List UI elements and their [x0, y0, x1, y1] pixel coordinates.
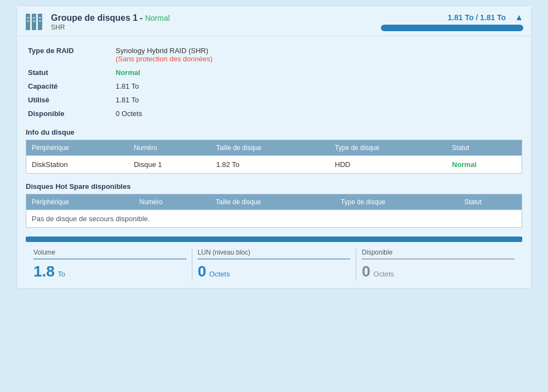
- used-value: 1.81 To: [113, 93, 522, 107]
- header-status-badge: Normal: [145, 14, 170, 22]
- stat-available: Disponible 0 Octets: [356, 249, 520, 280]
- stat-lun-number: 0: [198, 263, 207, 280]
- stats-row: Volume 1.8 To LUN (niveau bloc) 0 Octets…: [26, 249, 522, 280]
- stat-volume-value-row: 1.8 To: [33, 263, 186, 280]
- capacity-label: Capacité: [26, 79, 113, 93]
- hs-col-status: Statut: [459, 194, 522, 210]
- col-size: Taille de disque: [210, 140, 329, 156]
- cell-type: HDD: [329, 156, 447, 174]
- hot-spare-table: Périphérique Numéro Taille de disque Typ…: [26, 194, 522, 228]
- status-value: Normal: [116, 68, 140, 77]
- raid-type-value: Synology Hybrid RAID (SHR) (Sans protect…: [113, 44, 522, 66]
- raid-warning-text: (Sans protection des données): [116, 55, 213, 63]
- used-label: Utilisé: [26, 93, 113, 107]
- card-body: Type de RAID Synology Hybrid RAID (SHR) …: [17, 36, 531, 288]
- stat-volume-label: Volume: [33, 249, 186, 256]
- no-data-cell: Pas de disque de secours disponible.: [26, 210, 522, 228]
- hs-col-device: Périphérique: [26, 194, 134, 210]
- status-label: Statut: [26, 66, 113, 79]
- no-data-row: Pas de disque de secours disponible.: [26, 210, 522, 228]
- disk-info-tbody: DiskStation Disque 1 1.82 To HDD Normal: [26, 156, 522, 174]
- stat-available-label: Disponible: [362, 249, 515, 256]
- capacity-row: Capacité 1.81 To: [26, 79, 522, 93]
- header-dash: -: [140, 13, 145, 22]
- stat-lun: LUN (niveau bloc) 0 Octets: [192, 249, 357, 280]
- stat-lun-divider: [198, 258, 351, 260]
- cell-size: 1.82 To: [210, 156, 329, 174]
- cell-number: Disque 1: [128, 156, 210, 174]
- cell-device: DiskStation: [26, 156, 129, 174]
- capacity-value: 1.81 To: [113, 79, 522, 93]
- hot-spare-tbody: Pas de disque de secours disponible.: [26, 210, 522, 228]
- group-title: Groupe de disques 1: [51, 13, 138, 22]
- available-label: Disponible: [26, 107, 113, 120]
- svg-rect-4: [33, 17, 35, 19]
- svg-rect-3: [27, 17, 29, 19]
- disk-info-header-row: Périphérique Numéro Taille de disque Typ…: [26, 140, 522, 156]
- header-subtitle: SHR: [51, 24, 170, 31]
- svg-rect-7: [33, 20, 35, 22]
- hot-spare-header-row: Périphérique Numéro Taille de disque Typ…: [26, 194, 522, 210]
- chevron-up-icon[interactable]: ▲: [515, 13, 523, 22]
- hot-spare-title: Disques Hot Spare disponibles: [26, 182, 522, 191]
- table-row: DiskStation Disque 1 1.82 To HDD Normal: [26, 156, 522, 174]
- usage-text: 1.81 To / 1.81 To: [448, 13, 506, 22]
- col-type: Type de disque: [329, 140, 447, 156]
- stat-lun-label: LUN (niveau bloc): [198, 249, 351, 256]
- bottom-accent-bar: [26, 237, 522, 242]
- header-title-block: Groupe de disques 1 - Normal SHR: [51, 13, 170, 31]
- progress-bar-container: [381, 25, 523, 31]
- stat-volume: Volume 1.8 To: [28, 249, 192, 280]
- stat-volume-number: 1.8: [33, 263, 55, 280]
- cell-status: Normal: [452, 160, 477, 169]
- card-header: Groupe de disques 1 - Normal SHR 1.81 To…: [17, 6, 531, 36]
- svg-rect-8: [39, 20, 41, 22]
- header-left: Groupe de disques 1 - Normal SHR: [25, 11, 170, 32]
- disk-group-card: Groupe de disques 1 - Normal SHR 1.81 To…: [16, 5, 532, 289]
- available-value: 0 Octets: [113, 107, 522, 120]
- header-title-line: Groupe de disques 1 - Normal: [51, 13, 170, 23]
- stat-lun-value-row: 0 Octets: [198, 263, 351, 280]
- hot-spare-thead: Périphérique Numéro Taille de disque Typ…: [26, 194, 522, 210]
- info-table: Type de RAID Synology Hybrid RAID (SHR) …: [26, 44, 522, 120]
- raid-type-row: Type de RAID Synology Hybrid RAID (SHR) …: [26, 44, 522, 66]
- col-device: Périphérique: [26, 140, 129, 156]
- disk-info-thead: Périphérique Numéro Taille de disque Typ…: [26, 140, 522, 156]
- disk-info-title: Info du disque: [26, 128, 522, 136]
- hs-col-number: Numéro: [134, 194, 210, 210]
- stat-available-divider: [362, 258, 515, 260]
- stat-available-value-row: 0 Octets: [362, 263, 515, 280]
- svg-rect-6: [27, 20, 29, 22]
- status-row: Statut Normal: [26, 66, 522, 79]
- stat-volume-divider: [33, 258, 186, 260]
- stat-volume-unit: To: [56, 270, 65, 278]
- col-status: Statut: [447, 140, 522, 156]
- raid-type-label: Type de RAID: [26, 44, 113, 66]
- disk-info-table: Périphérique Numéro Taille de disque Typ…: [26, 140, 522, 174]
- svg-rect-5: [39, 17, 41, 19]
- hs-col-size: Taille de disque: [210, 194, 335, 210]
- stat-available-unit: Octets: [372, 270, 394, 278]
- header-right: 1.81 To / 1.81 To ▲: [381, 13, 523, 31]
- disk-group-icon: [25, 11, 45, 32]
- hs-col-type: Type de disque: [335, 194, 459, 210]
- stat-available-number: 0: [362, 263, 370, 280]
- col-number: Numéro: [128, 140, 210, 156]
- progress-bar-fill: [381, 25, 523, 31]
- stat-lun-unit: Octets: [207, 270, 230, 278]
- used-row: Utilisé 1.81 To: [26, 93, 522, 107]
- available-row: Disponible 0 Octets: [26, 107, 522, 120]
